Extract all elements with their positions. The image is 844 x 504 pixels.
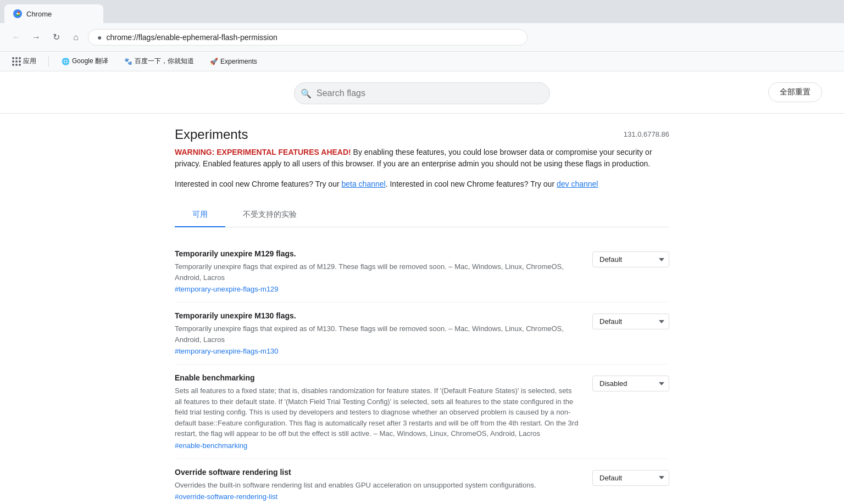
page-content: 🔍 全部重置 Experiments 131.0.6778.86 WARNING… <box>0 71 844 504</box>
search-input[interactable] <box>294 82 550 104</box>
flag-link-software-rendering[interactable]: #override-software-rendering-list <box>175 492 277 501</box>
baidu-icon: 🐾 <box>124 57 132 66</box>
interested-text1: Interested in cool new Chrome features? … <box>175 180 341 188</box>
flag-name-m129: Temporarily unexpire M129 flags. <box>175 249 579 258</box>
search-input-wrap: 🔍 <box>294 82 550 104</box>
home-button[interactable]: ⌂ <box>68 30 84 45</box>
flag-select-software-rendering[interactable]: Default Enabled Disabled <box>592 470 669 486</box>
experiments-header: Experiments 131.0.6778.86 <box>175 127 669 142</box>
flags-search-bar: 🔍 全部重置 <box>0 71 844 114</box>
interested-text: Interested in cool new Chrome features? … <box>175 178 669 190</box>
google-translate-icon: 🌐 <box>61 57 70 66</box>
reload-button[interactable]: ↻ <box>48 30 64 45</box>
address-text: chrome://flags/enable-ephemeral-flash-pe… <box>106 33 277 42</box>
bookmark-google-translate[interactable]: 🌐 Google 翻译 <box>58 55 112 67</box>
warning-text: WARNING: EXPERIMENTAL FEATURES AHEAD! By… <box>175 147 669 170</box>
warning-highlight: WARNING: EXPERIMENTAL FEATURES AHEAD! <box>175 148 351 156</box>
flag-select-m130[interactable]: Default Enabled Disabled <box>592 313 669 329</box>
svg-point-2 <box>16 13 18 14</box>
back-button[interactable]: ← <box>9 30 24 45</box>
tab-label: Chrome <box>26 10 52 18</box>
bookmark-divider <box>48 56 49 67</box>
search-icon: 🔍 <box>301 88 312 99</box>
flag-control-benchmarking: Default Enabled Disabled <box>592 376 669 391</box>
dev-channel-link[interactable]: dev channel <box>557 180 598 188</box>
flag-link-m129[interactable]: #temporary-unexpire-flags-m129 <box>175 285 279 293</box>
experiments-label: Experiments <box>220 58 257 65</box>
flag-link-m130[interactable]: #temporary-unexpire-flags-m130 <box>175 347 279 355</box>
flag-desc-m129: Temporarily unexpire flags that expired … <box>175 261 579 283</box>
navigation-bar: ← → ↻ ⌂ ● chrome://flags/enable-ephemera… <box>0 23 844 52</box>
flag-item-software-rendering: Override software rendering list Overrid… <box>175 459 669 505</box>
security-icon: ● <box>97 33 102 42</box>
flag-item-m129: Temporarily unexpire M129 flags. Tempora… <box>175 240 669 303</box>
address-bar[interactable]: ● chrome://flags/enable-ephemeral-flash-… <box>88 29 528 46</box>
version-number: 131.0.6778.86 <box>624 130 669 138</box>
flag-link-benchmarking[interactable]: #enable-benchmarking <box>175 441 247 450</box>
flag-select-m129[interactable]: Default Enabled Disabled <box>592 251 669 267</box>
flag-desc-benchmarking: Sets all features to a fixed state; that… <box>175 385 579 439</box>
flag-item-m130: Temporarily unexpire M130 flags. Tempora… <box>175 303 669 365</box>
tabs-bar: 可用 不受支持的实验 <box>175 203 669 227</box>
reset-all-button[interactable]: 全部重置 <box>768 82 822 102</box>
forward-button[interactable]: → <box>29 30 44 45</box>
bookmark-experiments[interactable]: 🚀 Experiments <box>206 56 260 67</box>
tab-unsupported[interactable]: 不受支持的实验 <box>225 203 314 227</box>
experiments-icon: 🚀 <box>209 57 218 66</box>
flag-name-software-rendering: Override software rendering list <box>175 468 579 477</box>
page-title: Experiments <box>175 127 248 142</box>
bookmarks-bar: 应用 🌐 Google 翻译 🐾 百度一下，你就知道 🚀 Experiments <box>0 52 844 71</box>
apps-button[interactable]: 应用 <box>9 55 40 67</box>
flag-info-software-rendering: Override software rendering list Overrid… <box>175 468 579 501</box>
tab-bar: Chrome <box>0 0 844 23</box>
active-tab[interactable]: Chrome <box>4 4 103 23</box>
flag-info-benchmarking: Enable benchmarking Sets all features to… <box>175 373 579 450</box>
flag-control-m130: Default Enabled Disabled <box>592 313 669 329</box>
google-translate-label: Google 翻译 <box>72 57 108 66</box>
flag-name-m130: Temporarily unexpire M130 flags. <box>175 311 579 320</box>
interested-text2: . Interested in cool new Chrome features… <box>386 180 557 188</box>
flag-control-m129: Default Enabled Disabled <box>592 251 669 267</box>
tab-available[interactable]: 可用 <box>175 203 225 227</box>
flag-desc-software-rendering: Overrides the built-in software renderin… <box>175 480 579 491</box>
beta-channel-link[interactable]: beta channel <box>341 180 385 188</box>
apps-label: 应用 <box>23 57 36 66</box>
flag-name-benchmarking: Enable benchmarking <box>175 373 579 382</box>
flag-info-m129: Temporarily unexpire M129 flags. Tempora… <box>175 249 579 293</box>
bookmark-baidu[interactable]: 🐾 百度一下，你就知道 <box>120 55 197 67</box>
flag-item-benchmarking: Enable benchmarking Sets all features to… <box>175 365 669 459</box>
flag-info-m130: Temporarily unexpire M130 flags. Tempora… <box>175 311 579 355</box>
flag-control-software-rendering: Default Enabled Disabled <box>592 470 669 486</box>
flag-select-benchmarking[interactable]: Default Enabled Disabled <box>592 376 669 391</box>
tab-favicon <box>13 9 22 18</box>
baidu-label: 百度一下，你就知道 <box>135 57 194 66</box>
flag-desc-m130: Temporarily unexpire flags that expired … <box>175 323 579 345</box>
experiments-main: Experiments 131.0.6778.86 WARNING: EXPER… <box>175 114 669 504</box>
browser-window: Chrome ← → ↻ ⌂ ● chrome://flags/enable-e… <box>0 0 844 504</box>
apps-grid-icon <box>12 57 21 66</box>
